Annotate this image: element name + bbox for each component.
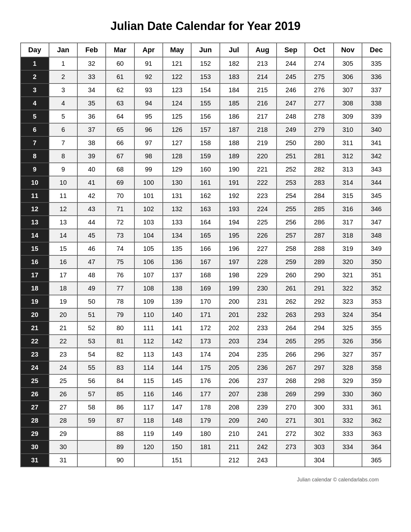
table-row: 11114270101131162192223254284315345 — [21, 189, 391, 202]
month-cell-aug: 222 — [248, 176, 277, 189]
month-cell-jan: 11 — [49, 189, 77, 202]
month-cell-feb: 49 — [77, 282, 106, 295]
month-cell-sep: 265 — [277, 335, 305, 348]
table-row: 292988119149180210241272302333363 — [21, 427, 391, 440]
month-cell-oct: 281 — [305, 150, 333, 163]
month-cell-feb: 50 — [77, 295, 106, 308]
month-cell-feb: 41 — [77, 176, 106, 189]
month-cell-jan: 27 — [49, 401, 77, 414]
table-row: 23235482113143174204235266296327357 — [21, 348, 391, 361]
month-cell-may: 140 — [163, 308, 191, 321]
month-cell-dec: 352 — [362, 282, 390, 295]
table-row: 25255684115145176206237268298329359 — [21, 374, 391, 388]
month-cell-jan: 22 — [49, 335, 77, 348]
table-row: 15154674105135166196227258288319349 — [21, 242, 391, 255]
month-cell-oct: 300 — [305, 401, 333, 414]
month-cell-may: 127 — [163, 136, 191, 150]
month-cell-feb: 34 — [77, 84, 106, 97]
month-cell-dec: 364 — [362, 440, 390, 454]
table-row: 33346293123154184215246276307337 — [21, 84, 391, 97]
month-cell-jan: 28 — [49, 414, 77, 427]
day-cell: 28 — [21, 414, 49, 427]
month-cell-mar: 70 — [106, 189, 134, 202]
month-cell-mar: 80 — [106, 321, 134, 335]
month-cell-jan: 6 — [49, 123, 77, 136]
day-cell: 22 — [21, 335, 49, 348]
month-cell-aug: 217 — [248, 110, 277, 123]
month-cell-may: 134 — [163, 229, 191, 242]
month-cell-dec: 342 — [362, 150, 390, 163]
footer-credit: Julian calendar © calendarlabs.com — [297, 477, 379, 483]
month-cell-jul: 211 — [220, 440, 248, 454]
month-cell-nov: 331 — [334, 401, 362, 414]
month-cell-apr: 119 — [134, 427, 163, 440]
month-cell-apr: 116 — [134, 388, 163, 401]
month-cell-aug: 230 — [248, 282, 277, 295]
month-cell-jul: 199 — [220, 282, 248, 295]
day-cell: 26 — [21, 388, 49, 401]
month-cell-apr: 105 — [134, 242, 163, 255]
month-cell-may: 141 — [163, 321, 191, 335]
month-cell-feb: 36 — [77, 110, 106, 123]
month-cell-sep: 253 — [277, 176, 305, 189]
month-cell-sep: 268 — [277, 374, 305, 388]
month-cell-may: 133 — [163, 216, 191, 229]
month-cell-dec: 356 — [362, 335, 390, 348]
month-cell-mar: 89 — [106, 440, 134, 454]
month-cell-jul: 182 — [220, 57, 248, 70]
month-cell-aug: 235 — [248, 348, 277, 361]
month-cell-jun: 158 — [191, 136, 220, 150]
month-cell-sep: 271 — [277, 414, 305, 427]
month-cell-jun: 167 — [191, 255, 220, 269]
month-cell-mar: 71 — [106, 202, 134, 216]
month-cell-jan: 13 — [49, 216, 77, 229]
month-cell-mar: 82 — [106, 348, 134, 361]
month-cell-dec: 343 — [362, 163, 390, 176]
day-cell: 9 — [21, 163, 49, 176]
month-cell-jul: 184 — [220, 84, 248, 97]
month-cell-mar: 63 — [106, 97, 134, 110]
table-row: 99406899129160190221252282313343 — [21, 163, 391, 176]
month-cell-jan: 20 — [49, 308, 77, 321]
month-cell-oct: 275 — [305, 70, 333, 84]
month-cell-oct: 280 — [305, 136, 333, 150]
month-cell-aug: 239 — [248, 401, 277, 414]
table-row: 11326091121152182213244274305335 — [21, 57, 391, 70]
month-cell-oct: 276 — [305, 84, 333, 97]
month-cell-nov: 318 — [334, 229, 362, 242]
month-cell-apr: 118 — [134, 414, 163, 427]
month-cell-jun: 178 — [191, 401, 220, 414]
page-title: Julian Date Calendar for Year 2019 — [111, 19, 301, 33]
month-cell-aug: 240 — [248, 414, 277, 427]
month-cell-jan: 5 — [49, 110, 77, 123]
month-cell-feb: 48 — [77, 269, 106, 282]
month-cell-jan: 31 — [49, 454, 77, 467]
month-cell-sep: 256 — [277, 216, 305, 229]
month-cell-aug: 236 — [248, 361, 277, 374]
month-cell-jan: 7 — [49, 136, 77, 150]
day-cell: 20 — [21, 308, 49, 321]
month-cell-sep: 262 — [277, 295, 305, 308]
month-cell-oct: 296 — [305, 348, 333, 361]
month-cell-mar: 64 — [106, 110, 134, 123]
table-row: 24245583114144175205236267297328358 — [21, 361, 391, 374]
month-cell-jun: 175 — [191, 361, 220, 374]
month-cell-dec: 361 — [362, 401, 390, 414]
month-cell-feb: 39 — [77, 150, 106, 163]
month-cell-mar: 77 — [106, 282, 134, 295]
month-cell-jan: 29 — [49, 427, 77, 440]
table-row: 88396798128159189220251281312342 — [21, 150, 391, 163]
month-cell-mar: 79 — [106, 308, 134, 321]
month-cell-nov: 313 — [334, 163, 362, 176]
month-cell-dec: 358 — [362, 361, 390, 374]
month-cell-jun: 162 — [191, 189, 220, 202]
month-cell-may: 135 — [163, 242, 191, 255]
month-cell-jul: 192 — [220, 189, 248, 202]
month-cell-mar: 90 — [106, 454, 134, 467]
month-cell-aug: 237 — [248, 374, 277, 388]
month-cell-apr: 91 — [134, 57, 163, 70]
month-cell-apr: 108 — [134, 282, 163, 295]
day-cell: 11 — [21, 189, 49, 202]
month-cell-sep: 255 — [277, 202, 305, 216]
month-cell-jan: 18 — [49, 282, 77, 295]
